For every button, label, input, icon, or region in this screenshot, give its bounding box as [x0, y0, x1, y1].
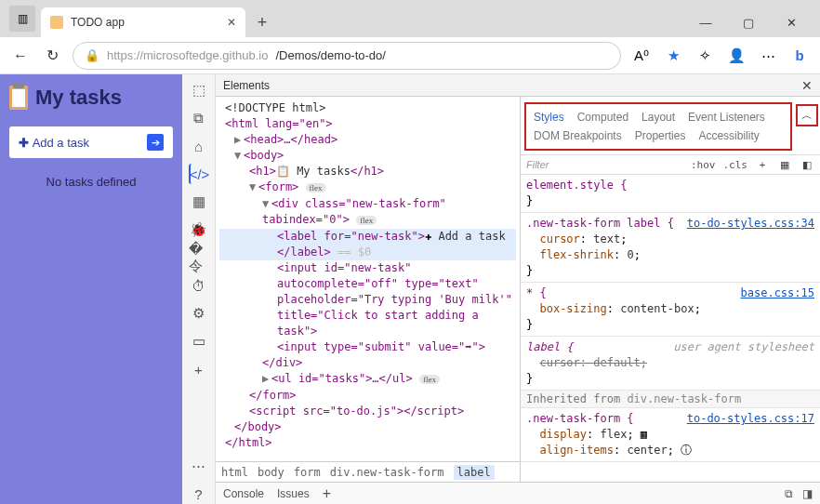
computed-toggle-icon[interactable]: ◧ [800, 159, 814, 171]
styles-filter-bar: Filter :hov .cls + ▦ ◧ [521, 154, 820, 175]
back-button[interactable]: ← [9, 45, 32, 67]
hov-toggle[interactable]: :hov [691, 159, 716, 171]
drawer-tab-console[interactable]: Console [223, 487, 264, 500]
source-link[interactable]: base.css:15 [741, 285, 814, 301]
devtools-close-icon[interactable]: ✕ [801, 78, 813, 93]
tab-dom-breakpoints[interactable]: DOM Breakpoints [534, 129, 622, 142]
panel-title: Elements [223, 79, 270, 92]
breadcrumb[interactable]: html body form div.new-task-form label [216, 461, 520, 482]
source-link[interactable]: to-do-styles.css:34 [687, 216, 814, 232]
inspect-icon[interactable]: ⬚ [189, 80, 209, 100]
drawer-add-icon[interactable]: + [323, 485, 331, 502]
lock-icon: 🔒 [85, 48, 99, 62]
source-link[interactable]: to-do-styles.css:17 [687, 411, 814, 427]
refresh-button[interactable]: ↻ [41, 45, 63, 67]
device-icon[interactable]: ⧉ [189, 108, 209, 128]
maximize-button[interactable]: ▢ [734, 16, 762, 30]
url-path: /Demos/demo-to-do/ [275, 48, 386, 62]
favicon-icon [50, 16, 63, 29]
dom-tree-pane[interactable]: ⋯ <!DOCTYPE html> <html lang="en"> ▶<hea… [216, 97, 521, 482]
profile-icon[interactable]: 👤 [725, 45, 747, 67]
add-tool-icon[interactable]: + [189, 359, 209, 379]
devtools-drawer: Console Issues + ⧉ ◨ [216, 482, 820, 504]
more-tools-icon[interactable]: ⋯ [189, 456, 209, 476]
add-task-button[interactable]: ✚ Add a task ➔ [9, 126, 173, 158]
drawer-dock-icon[interactable]: ⧉ [785, 487, 793, 500]
browser-tab[interactable]: TODO app ✕ [41, 7, 245, 37]
dock-icon[interactable]: ▭ [189, 331, 209, 351]
tab-title: TODO app [71, 16, 219, 29]
cls-toggle[interactable]: .cls [723, 159, 748, 171]
devtools-panel: Elements ✕ ⋯ <!DOCTYPE html> <html lang=… [216, 74, 820, 504]
tab-actions-button[interactable]: ▥ [9, 6, 35, 32]
device-emulation-icon[interactable]: ▦ [777, 159, 792, 171]
elements-icon[interactable]: </> [189, 164, 209, 184]
clipboard-icon [9, 86, 28, 110]
tab-computed[interactable]: Computed [577, 111, 628, 124]
address-bar[interactable]: 🔒 https://microsoftedge.github.io/Demos/… [73, 42, 621, 70]
close-button[interactable]: ✕ [777, 16, 805, 30]
filter-input[interactable]: Filter [526, 159, 683, 170]
home-icon[interactable]: ⌂ [189, 136, 209, 156]
more-tabs-button[interactable]: ︿ [796, 104, 818, 126]
devtools-activity-bar: ⬚ ⧉ ⌂ </> ▦ 🐞 �令 ⏱ ⚙ ▭ + ⋯ ? [182, 74, 216, 504]
collections-icon[interactable]: ✧ [694, 45, 716, 67]
rendered-page: My tasks ✚ Add a task ➔ No tasks defined [0, 74, 182, 504]
submit-arrow-icon[interactable]: ➔ [147, 134, 164, 151]
style-rules[interactable]: element.style {} to-do-styles.css:34.new… [521, 175, 820, 482]
page-title: My tasks [9, 86, 173, 110]
more-icon[interactable]: ⋯ [757, 45, 779, 67]
drawer-expand-icon[interactable]: ◨ [802, 487, 813, 500]
selected-dom-node[interactable]: <label for="new-task">✚ Add a task</labe… [219, 229, 516, 260]
styles-pane: ︿ Styles Computed Layout Event Listeners… [521, 97, 820, 482]
browser-toolbar: ← ↻ 🔒 https://microsoftedge.github.io/De… [0, 37, 820, 74]
help-icon[interactable]: ? [189, 484, 209, 504]
favorite-icon[interactable]: ★ [662, 45, 684, 67]
no-tasks-label: No tasks defined [9, 175, 173, 189]
minimize-button[interactable]: — [692, 16, 720, 30]
bing-icon[interactable]: b [788, 45, 811, 67]
tab-event-listeners[interactable]: Event Listeners [688, 111, 765, 124]
close-icon[interactable]: ✕ [227, 16, 236, 29]
new-style-icon[interactable]: + [755, 159, 770, 170]
devtools-header: Elements ✕ [216, 74, 820, 97]
app-icon[interactable]: ▦ [189, 192, 209, 212]
browser-titlebar: ▥ TODO app ✕ + — ▢ ✕ [0, 0, 820, 37]
new-tab-button[interactable]: + [249, 9, 275, 35]
tab-properties[interactable]: Properties [635, 129, 686, 142]
tab-styles[interactable]: Styles [534, 111, 564, 124]
performance-icon[interactable]: ⏱ [189, 275, 209, 296]
url-host: https://microsoftedge.github.io [107, 48, 268, 62]
drawer-tab-issues[interactable]: Issues [277, 487, 310, 500]
read-aloud-icon[interactable]: A⁰ [630, 45, 653, 67]
main-area: My tasks ✚ Add a task ➔ No tasks defined… [0, 74, 820, 504]
settings-gear-icon[interactable]: ⚙ [189, 303, 209, 324]
tab-accessibility[interactable]: Accessibility [698, 129, 759, 142]
bug-icon[interactable]: 🐞 [189, 219, 209, 240]
tab-layout[interactable]: Layout [641, 111, 675, 124]
tab-strip: ▥ TODO app ✕ + [6, 0, 275, 37]
network-icon[interactable]: �令 [189, 247, 209, 268]
window-controls: — ▢ ✕ [692, 16, 814, 37]
sidebar-tabs-highlight: ︿ Styles Computed Layout Event Listeners… [524, 102, 792, 151]
